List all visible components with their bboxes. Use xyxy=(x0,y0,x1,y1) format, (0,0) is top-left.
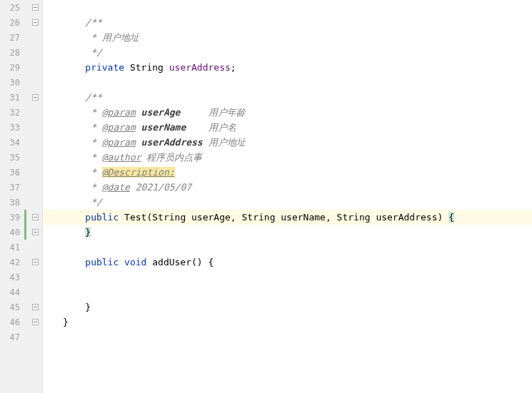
token-doc-param: userName xyxy=(141,122,186,133)
line-number[interactable]: 37 xyxy=(0,183,23,193)
token-comment: * xyxy=(85,122,101,133)
gutter-row: 46 xyxy=(0,315,42,330)
line-number[interactable]: 46 xyxy=(0,317,23,327)
code-line[interactable] xyxy=(43,270,532,285)
fold-gutter xyxy=(23,15,41,30)
line-number[interactable]: 27 xyxy=(0,33,23,43)
fold-gutter xyxy=(23,225,41,240)
gutter-row: 35 xyxy=(0,150,42,165)
line-number[interactable]: 31 xyxy=(0,93,23,103)
token-kw: public xyxy=(85,212,124,223)
token-type: String xyxy=(152,212,191,223)
line-number[interactable]: 44 xyxy=(0,287,23,297)
fold-gutter xyxy=(23,30,41,45)
code-line[interactable]: */ xyxy=(43,45,532,60)
gutter-row: 42 xyxy=(0,255,42,270)
line-number[interactable]: 43 xyxy=(0,272,23,282)
gutter-row: 36 xyxy=(0,165,42,180)
token-type: String xyxy=(337,212,376,223)
line-number[interactable]: 39 xyxy=(0,213,23,223)
line-number[interactable]: 42 xyxy=(0,257,23,267)
line-number[interactable]: 34 xyxy=(0,138,23,148)
fold-gutter xyxy=(23,180,41,195)
code-line[interactable]: */ xyxy=(43,195,532,210)
fold-toggle-icon[interactable] xyxy=(32,4,39,11)
line-number[interactable]: 35 xyxy=(0,153,23,163)
code-line[interactable]: } xyxy=(43,225,532,240)
code-line[interactable] xyxy=(43,75,532,90)
gutter-row: 39 xyxy=(0,210,42,225)
line-number[interactable]: 47 xyxy=(0,332,23,342)
fold-toggle-icon[interactable] xyxy=(32,94,39,101)
code-line[interactable] xyxy=(43,285,532,300)
code-line[interactable]: private String userAddress; xyxy=(43,60,532,75)
code-line[interactable]: * @Description: xyxy=(43,165,532,180)
token-comment: /** xyxy=(85,92,101,103)
gutter-row: 38 xyxy=(0,195,42,210)
token-comment: 用户地址 xyxy=(203,137,246,148)
line-number[interactable]: 38 xyxy=(0,198,23,208)
fold-gutter xyxy=(23,315,41,330)
code-line[interactable]: * @param userName 用户名 xyxy=(43,120,532,135)
line-number[interactable]: 40 xyxy=(0,228,23,238)
code-line[interactable]: } xyxy=(43,300,532,315)
fold-gutter xyxy=(23,330,41,344)
fold-gutter xyxy=(23,45,41,60)
token-doc-param: userAddress xyxy=(141,137,203,148)
code-line[interactable]: * @author 程序员内点事 xyxy=(43,150,532,165)
code-line[interactable]: public void addUser() { xyxy=(43,255,532,270)
code-line[interactable]: * @param userAddress 用户地址 xyxy=(43,135,532,150)
gutter-row: 40 xyxy=(0,225,42,240)
line-number[interactable]: 41 xyxy=(0,243,23,252)
token-plain: } xyxy=(85,302,91,312)
code-line[interactable]: } xyxy=(43,315,532,330)
fold-toggle-icon[interactable] xyxy=(32,319,39,325)
code-line[interactable]: /** xyxy=(43,90,532,105)
fold-gutter xyxy=(23,60,41,75)
fold-toggle-icon[interactable] xyxy=(32,214,39,220)
gutter-row: 41 xyxy=(0,240,42,255)
token-comment: * xyxy=(85,182,101,193)
code-line[interactable]: * @date 2021/05/07 xyxy=(43,180,532,195)
gutter-row: 30 xyxy=(0,75,42,90)
code-line[interactable] xyxy=(43,240,532,255)
gutter-row: 32 xyxy=(0,105,42,120)
line-number[interactable]: 32 xyxy=(0,108,23,118)
line-number[interactable]: 29 xyxy=(0,63,23,73)
code-line[interactable] xyxy=(43,0,532,15)
line-number[interactable]: 28 xyxy=(0,48,23,58)
token-comment: 用户名 xyxy=(186,122,236,133)
line-number[interactable]: 45 xyxy=(0,302,23,312)
token-doc-tag: @Description: xyxy=(102,167,175,178)
line-number[interactable]: 25 xyxy=(0,3,23,13)
fold-gutter xyxy=(23,75,41,90)
token-field: userAddress xyxy=(169,62,231,73)
fold-toggle-icon[interactable] xyxy=(32,259,39,265)
token-comment xyxy=(136,107,141,118)
token-param: userAge xyxy=(191,212,231,223)
line-number[interactable]: 30 xyxy=(0,78,23,88)
fold-toggle-icon[interactable] xyxy=(32,229,39,235)
gutter-row: 47 xyxy=(0,330,42,344)
token-doc-param: userAge xyxy=(141,107,181,118)
code-line[interactable] xyxy=(43,330,532,344)
fold-toggle-icon[interactable] xyxy=(32,19,39,26)
code-line[interactable]: * @param userAge 用户年龄 xyxy=(43,105,532,120)
code-editor[interactable]: /** * 用户地址 */ private String userAddress… xyxy=(43,0,532,393)
gutter-row: 45 xyxy=(0,300,42,315)
token-type: String xyxy=(130,62,169,73)
line-number[interactable]: 36 xyxy=(0,168,23,178)
line-number[interactable]: 26 xyxy=(0,18,23,28)
fold-gutter xyxy=(23,165,41,180)
fold-gutter xyxy=(23,240,41,255)
token-doc-tag: @author xyxy=(102,152,141,163)
token-method: Test xyxy=(124,212,146,223)
code-line[interactable]: * 用户地址 xyxy=(43,30,532,45)
line-number[interactable]: 33 xyxy=(0,123,23,133)
code-line[interactable]: public Test(String userAge, String userN… xyxy=(43,210,532,225)
gutter-row: 25 xyxy=(0,0,42,15)
fold-gutter xyxy=(23,135,41,150)
code-line[interactable]: /** xyxy=(43,15,532,30)
token-kw: public void xyxy=(85,257,152,267)
fold-toggle-icon[interactable] xyxy=(32,304,39,310)
